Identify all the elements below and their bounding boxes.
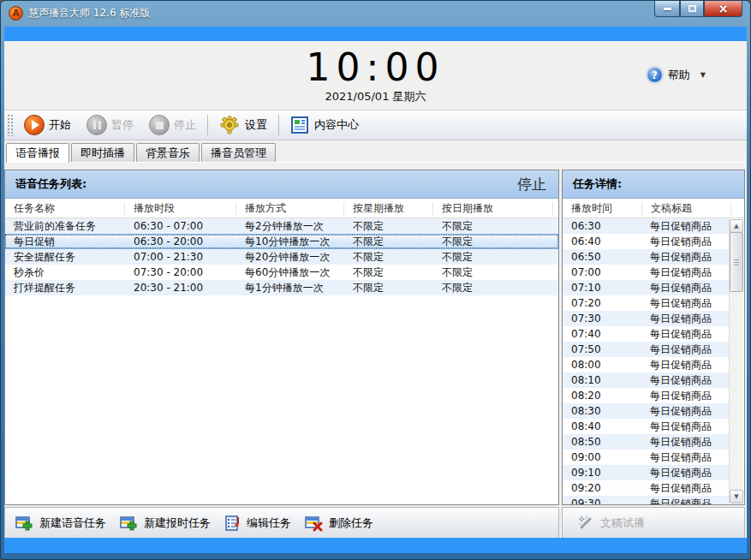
bottom-accent-strip <box>4 538 747 553</box>
table-row[interactable]: 09:00每日促销商品 <box>563 450 730 465</box>
table-cell: 每日促销商品 <box>641 450 730 465</box>
table-row[interactable]: 06:30每日促销商品 <box>563 218 730 234</box>
table-row[interactable]: 08:30每日促销商品 <box>563 403 730 419</box>
column-header[interactable]: 任务名称 <box>5 202 125 215</box>
task-actions-toolbar: 新建语音任务 新建报时任务 <box>4 507 559 539</box>
maximize-button[interactable] <box>680 1 704 17</box>
table-cell: 每日促销商品 <box>641 343 730 357</box>
table-row[interactable]: 07:30每日促销商品 <box>563 311 730 326</box>
table-row[interactable]: 07:10每日促销商品 <box>563 280 730 295</box>
new-voice-task-button[interactable]: 新建语音任务 <box>9 510 113 536</box>
column-header[interactable]: 按日期播放 <box>433 202 553 215</box>
table-row[interactable]: 09:10每日促销商品 <box>563 465 730 480</box>
table-row[interactable]: 08:20每日促销商品 <box>563 388 730 403</box>
table-cell: 09:10 <box>563 467 641 479</box>
table-cell: 不限定 <box>433 250 553 265</box>
scroll-down-icon[interactable]: ▼ <box>730 490 743 503</box>
table-row[interactable]: 营业前的准备任务06:30 - 07:00每2分钟播放一次不限定不限定 <box>5 218 558 234</box>
table-row[interactable]: 07:40每日促销商品 <box>563 326 730 342</box>
toolbar-grip[interactable] <box>7 114 13 136</box>
table-cell: 每日促销商品 <box>641 250 730 265</box>
table-cell: 每日促销商品 <box>641 404 730 419</box>
tab-background-music[interactable]: 背景音乐 <box>136 143 200 162</box>
table-cell: 每日促销商品 <box>641 497 730 505</box>
table-row[interactable]: 07:20每日促销商品 <box>563 295 730 311</box>
settings-label: 设置 <box>245 117 267 133</box>
table-cell: 06:40 <box>563 235 641 247</box>
table-row[interactable]: 秒杀价07:30 - 20:00每60分钟播放一次不限定不限定 <box>5 265 558 280</box>
toolbar-separator <box>278 115 279 135</box>
task-panel-header: 语音任务列表: 停止 <box>5 170 558 199</box>
close-button[interactable]: × <box>704 1 742 17</box>
table-row[interactable]: 07:00每日促销商品 <box>563 265 730 280</box>
table-cell: 不限定 <box>433 219 553 234</box>
column-header[interactable]: 播放时间 <box>563 202 642 215</box>
table-cell: 08:40 <box>563 420 641 432</box>
table-row[interactable]: 08:40每日促销商品 <box>563 419 730 434</box>
new-time-task-button[interactable]: 新建报时任务 <box>113 510 218 536</box>
tab-content: 语音任务列表: 停止 任务名称播放时段播放方式按星期播放按日期播放 营业前的准备… <box>4 162 747 538</box>
pause-button[interactable]: 暂停 <box>79 112 141 138</box>
table-cell: 每60分钟播放一次 <box>236 265 344 280</box>
table-row[interactable]: 09:20每日促销商品 <box>563 480 730 496</box>
table-cell: 09:30 <box>563 497 641 504</box>
table-row[interactable]: 07:50每日促销商品 <box>563 342 730 357</box>
table-cell: 不限定 <box>433 235 553 249</box>
table-row[interactable]: 08:50每日促销商品 <box>563 434 730 450</box>
task-panel-title: 语音任务列表: <box>15 176 86 192</box>
clock-header: 10:00 2021/05/01 星期六 ? 帮助 ▼ <box>4 41 747 110</box>
delete-task-button[interactable]: 删除任务 <box>298 510 380 536</box>
scrollbar-thumb[interactable] <box>730 232 743 292</box>
table-row[interactable]: 06:50每日促销商品 <box>563 249 730 265</box>
table-cell: 每日促销商品 <box>641 358 730 372</box>
detail-scrollbar[interactable]: ▲ ▼ <box>729 219 743 503</box>
edit-task-label: 编辑任务 <box>247 515 291 531</box>
table-cell: 不限定 <box>433 281 553 295</box>
table-cell: 不限定 <box>344 235 433 249</box>
column-header[interactable]: 播放时段 <box>125 202 236 215</box>
content-center-label: 内容中心 <box>314 117 359 133</box>
table-cell: 每日促销商品 <box>641 481 730 496</box>
app-window: A 慧声播音大师 12.6 标准版 × 10:00 2021/05/01 星期六… <box>0 0 751 560</box>
table-row[interactable]: 08:00每日促销商品 <box>563 357 730 372</box>
table-row[interactable]: 打烊提醒任务20:30 - 21:00每1分钟播放一次不限定不限定 <box>5 280 558 295</box>
table-cell: 每日促销商品 <box>641 389 730 403</box>
table-row[interactable]: 每日促销06:30 - 20:00每10分钟播放一次不限定不限定 <box>5 234 558 249</box>
table-row[interactable]: 安全提醒任务07:00 - 21:30每20分钟播放一次不限定不限定 <box>5 249 558 265</box>
edit-task-button[interactable]: 编辑任务 <box>218 510 298 536</box>
column-header[interactable]: 按星期播放 <box>344 202 433 215</box>
column-header[interactable]: 文稿标题 <box>642 202 731 215</box>
start-button[interactable]: 开始 <box>16 112 79 138</box>
trial-play-label: 文稿试播 <box>600 515 645 531</box>
table-cell: 不限定 <box>344 265 433 280</box>
app-logo-icon: A <box>9 6 23 21</box>
table-row[interactable]: 06:40每日促销商品 <box>563 234 730 249</box>
column-header[interactable]: 播放方式 <box>236 202 344 215</box>
table-cell: 07:40 <box>563 328 641 340</box>
tab-voice-broadcast[interactable]: 语音播报 <box>6 143 69 163</box>
table-row[interactable]: 09:30每日促销商品 <box>563 496 730 504</box>
table-cell: 07:00 <box>563 266 641 278</box>
scroll-up-icon[interactable]: ▲ <box>730 219 743 233</box>
main-toolbar: 开始 暂停 停止 <box>4 110 747 140</box>
stop-label: 停止 <box>174 117 196 133</box>
table-cell: 每日促销商品 <box>641 219 730 234</box>
content-window-icon <box>290 116 309 134</box>
tab-announcer-management[interactable]: 播音员管理 <box>201 143 276 162</box>
table-cell: 06:30 - 07:00 <box>125 220 236 232</box>
content-center-button[interactable]: 内容中心 <box>283 112 367 138</box>
help-button[interactable]: ? 帮助 ▼ <box>647 67 706 83</box>
table-cell: 每1分钟播放一次 <box>236 281 344 295</box>
table-row[interactable]: 08:10每日促销商品 <box>563 372 730 388</box>
settings-button[interactable]: 设置 <box>212 112 275 138</box>
task-table-body: 营业前的准备任务06:30 - 07:00每2分钟播放一次不限定不限定每日促销0… <box>5 218 558 504</box>
table-cell: 06:50 <box>563 251 641 263</box>
title-bar[interactable]: A 慧声播音大师 12.6 标准版 × <box>1 1 750 26</box>
table-cell: 07:30 <box>563 313 641 325</box>
minimize-button[interactable] <box>654 1 680 17</box>
trial-play-button[interactable]: 文稿试播 <box>569 510 652 536</box>
table-cell: 07:10 <box>563 282 641 294</box>
stop-button[interactable]: 停止 <box>141 112 204 138</box>
table-cell: 08:20 <box>563 390 641 402</box>
tab-instant-insert[interactable]: 即时插播 <box>71 143 134 162</box>
